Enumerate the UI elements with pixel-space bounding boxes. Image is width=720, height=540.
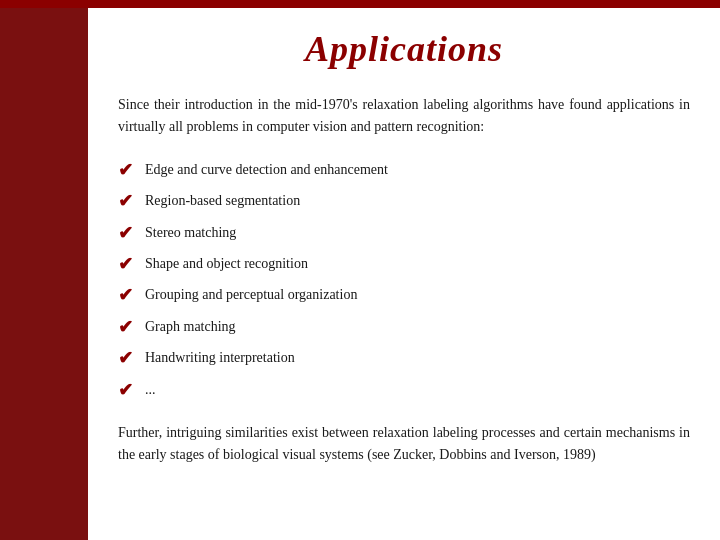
list-item-text: Shape and object recognition [145,253,308,274]
list-item: ✔Handwriting interpretation [118,347,690,370]
list-item: ✔Shape and object recognition [118,253,690,276]
check-icon: ✔ [118,222,133,245]
list-item-text: Region-based segmentation [145,190,300,211]
applications-list: ✔Edge and curve detection and enhancemen… [118,159,690,402]
list-item-text: Grouping and perceptual organization [145,284,357,305]
check-icon: ✔ [118,190,133,213]
footer-paragraph: Further, intriguing similarities exist b… [118,422,690,467]
check-icon: ✔ [118,347,133,370]
list-item: ✔... [118,379,690,402]
check-icon: ✔ [118,284,133,307]
list-item: ✔Grouping and perceptual organization [118,284,690,307]
list-item-text: Stereo matching [145,222,236,243]
check-icon: ✔ [118,159,133,182]
main-content: Applications Since their introduction in… [88,8,720,540]
list-item-text: Edge and curve detection and enhancement [145,159,388,180]
list-item-text: ... [145,379,156,400]
intro-paragraph: Since their introduction in the mid-1970… [118,94,690,139]
check-icon: ✔ [118,253,133,276]
list-item: ✔Stereo matching [118,222,690,245]
top-accent-bar [0,0,720,8]
list-item: ✔Region-based segmentation [118,190,690,213]
sidebar-decoration [0,0,88,540]
check-icon: ✔ [118,379,133,402]
list-item: ✔Graph matching [118,316,690,339]
list-item-text: Handwriting interpretation [145,347,295,368]
check-icon: ✔ [118,316,133,339]
page-title: Applications [118,28,690,70]
list-item-text: Graph matching [145,316,236,337]
list-item: ✔Edge and curve detection and enhancemen… [118,159,690,182]
